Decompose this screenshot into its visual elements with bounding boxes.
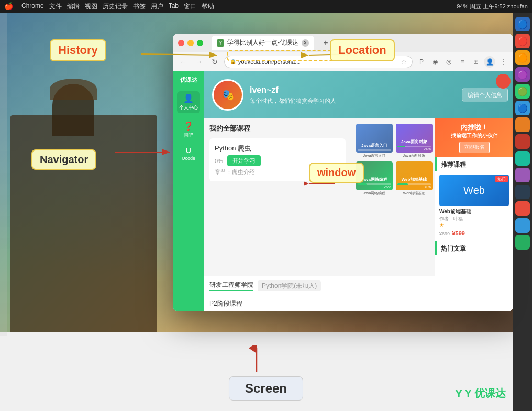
dock-icon-12[interactable] bbox=[515, 218, 530, 233]
course-thumb-label-web: Web前端基础 bbox=[396, 191, 433, 196]
logo-text: Y 优课达 bbox=[464, 386, 506, 401]
recommend-name: Web前端基础 bbox=[439, 208, 509, 215]
course-thumb-label-java1: Java语言入门 bbox=[356, 153, 393, 158]
menu-history[interactable]: 历史记录 bbox=[103, 2, 128, 11]
dock-icon-4[interactable]: 🟢 bbox=[515, 84, 530, 99]
nav-questions[interactable]: ❓ 问吧 bbox=[183, 121, 194, 139]
location-label-text: Location bbox=[338, 44, 386, 57]
dock-icon-8[interactable] bbox=[515, 151, 530, 166]
course-thumb-img-java2: Java面向对象 24% bbox=[396, 124, 433, 153]
personal-center-icon: 👤 bbox=[183, 93, 194, 103]
mac-menubar: 🍎 Chrome 文件 编辑 视图 历史记录 书签 用户 Tab 窗口 帮助 9… bbox=[0, 0, 532, 13]
school-tab-active[interactable]: 研发工程师学院 bbox=[209, 280, 253, 291]
profile-header: 🎭 iven~zf 每个时代，都悄悄犒赏会学习的人 编辑个人信息 bbox=[204, 71, 513, 118]
course-start-button[interactable]: 开始学习 bbox=[227, 155, 261, 166]
profile-slogan: 每个时代，都悄悄犒赏会学习的人 bbox=[250, 97, 336, 105]
edit-profile-button[interactable]: 编辑个人信息 bbox=[462, 89, 508, 102]
menu-button[interactable]: ⋮ bbox=[497, 56, 509, 68]
tab-close-button[interactable]: × bbox=[302, 39, 309, 47]
window-annotation: window bbox=[309, 163, 364, 183]
dock-icon-3[interactable]: 🟣 bbox=[515, 67, 530, 82]
back-button[interactable]: ← bbox=[177, 56, 190, 68]
extension-icon-2[interactable]: ◉ bbox=[429, 56, 441, 68]
menu-chrome[interactable]: Chrome bbox=[21, 2, 44, 11]
menu-window[interactable]: 窗口 bbox=[184, 2, 196, 11]
dock-icon-10[interactable] bbox=[515, 185, 530, 199]
promo-banner: 内推啦！ 找前端工作的小伙伴 立即报名 bbox=[435, 118, 513, 157]
menu-items: Chrome 文件 编辑 视图 历史记录 书签 用户 Tab 窗口 帮助 bbox=[21, 2, 214, 11]
dock-icon-13[interactable] bbox=[515, 235, 530, 250]
refresh-button[interactable]: ↻ bbox=[208, 56, 221, 68]
hot-articles-title: 热门文章 bbox=[435, 241, 513, 255]
courses-left: 我的全部课程 Python 爬虫 0% 开始学习 章节：爬虫介绍 bbox=[204, 118, 351, 276]
menu-edit[interactable]: 编辑 bbox=[67, 2, 80, 11]
bookmark-star-icon[interactable]: ☆ bbox=[401, 58, 407, 66]
apple-icon[interactable]: 🍎 bbox=[4, 2, 13, 10]
bottom-logo: Y Y 优课达 bbox=[455, 386, 506, 401]
site-sidebar: 优课达 👤 个人中心 ❓ 问吧 U Ucode bbox=[173, 71, 204, 311]
recommend-stars: ★ bbox=[439, 222, 509, 228]
menubar-right: 94% 周五 上午9:52 zhoufan bbox=[457, 3, 528, 10]
website-content: 优课达 👤 个人中心 ❓ 问吧 U Ucode 🎭 iven~zf 每个时代，都… bbox=[173, 71, 513, 311]
window-label-text: window bbox=[317, 167, 356, 178]
new-tab-button[interactable]: + bbox=[320, 38, 331, 48]
left-edge-strip bbox=[0, 13, 7, 336]
tab-title: 学得比别人好一点-优课达 bbox=[227, 38, 298, 47]
school-tab-inactive[interactable]: Python学院(未加入) bbox=[258, 280, 321, 291]
recommend-pricing: ¥699 ¥599 bbox=[439, 228, 509, 237]
dock-icon-finder[interactable]: 🔵 bbox=[515, 17, 530, 31]
forward-button[interactable]: → bbox=[193, 56, 205, 68]
course-thumb-name-java1: Java语言入门 bbox=[358, 143, 391, 148]
navigator-label-text: Navigator bbox=[40, 154, 88, 165]
nav-ucode[interactable]: U Ucode bbox=[182, 147, 195, 161]
hot-badge: 热门 bbox=[495, 176, 508, 182]
dock-icon-11[interactable] bbox=[515, 201, 530, 216]
navigator-annotation: Navigator bbox=[31, 149, 96, 170]
menu-view[interactable]: 视图 bbox=[85, 2, 97, 11]
promo-button[interactable]: 立即报名 bbox=[459, 142, 490, 153]
dock-icon-6[interactable] bbox=[515, 117, 530, 132]
menu-user[interactable]: 用户 bbox=[151, 2, 163, 11]
extension-icon-4[interactable]: ≡ bbox=[457, 56, 468, 68]
nav-ucode-label: Ucode bbox=[182, 156, 195, 161]
original-price: ¥699 bbox=[439, 231, 450, 236]
menu-file[interactable]: 文件 bbox=[49, 2, 62, 11]
dock-icon-1[interactable]: 🔴 bbox=[515, 34, 530, 48]
dock-icon-7[interactable] bbox=[515, 134, 530, 149]
extension-icon-3[interactable]: ◎ bbox=[443, 56, 455, 68]
screen-label: Screen bbox=[229, 376, 303, 401]
course-thumb-img-web: Web前端基础 31% bbox=[396, 161, 433, 190]
close-button[interactable] bbox=[178, 40, 184, 46]
courses-section: 我的全部课程 Python 爬虫 0% 开始学习 章节：爬虫介绍 bbox=[204, 118, 513, 276]
avatar-icon[interactable]: 👤 bbox=[484, 56, 495, 68]
dock-icon-2[interactable]: 🟠 bbox=[515, 50, 530, 65]
course-thumb-java1[interactable]: Java语言入门 Java语言入门 bbox=[356, 124, 393, 158]
minimize-button[interactable] bbox=[187, 40, 194, 46]
dock-icon-5[interactable]: 🔵 bbox=[515, 101, 530, 115]
site-right-panel: 内推啦！ 找前端工作的小伙伴 立即报名 推荐课程 Web 热门 Web前端基础 … bbox=[435, 118, 513, 276]
recommend-thumb: Web 热门 bbox=[439, 175, 509, 206]
bottom-section: 研发工程师学院 Python学院(未加入) bbox=[204, 276, 513, 296]
course-thumb-pct-java2: 24% bbox=[397, 147, 431, 151]
menu-tab[interactable]: Tab bbox=[169, 2, 179, 11]
course-thumb-java2[interactable]: Java面向对象 24% Java面向对象 bbox=[396, 124, 433, 158]
recommend-card[interactable]: Web 热门 Web前端基础 作者：叶福 ★ ¥699 ¥599 bbox=[435, 171, 513, 241]
course-thumb-img-java1: Java语言入门 bbox=[356, 124, 393, 153]
maximize-button[interactable] bbox=[197, 40, 203, 46]
course-thumb-web[interactable]: Web前端基础 31% Web前端基础 bbox=[396, 161, 433, 196]
course-grid: Java语言入门 Java语言入门 Java面向对象 24% Java bbox=[356, 124, 429, 196]
extensions-button[interactable]: ⊞ bbox=[470, 56, 482, 68]
promo-sub: 找前端工作的小伙伴 bbox=[439, 132, 509, 139]
header-avatar-small bbox=[496, 74, 511, 89]
menu-help[interactable]: 帮助 bbox=[202, 2, 214, 11]
extension-icon-1[interactable]: P bbox=[416, 56, 427, 68]
dock-icon-9[interactable] bbox=[515, 168, 530, 182]
course-thumb-name-web: Web前端基础 bbox=[397, 177, 431, 182]
profile-name: iven~zf bbox=[250, 85, 336, 95]
menu-bookmarks[interactable]: 书签 bbox=[133, 2, 146, 11]
p2-section: P2阶段课程 bbox=[204, 296, 513, 311]
nav-personal-center[interactable]: 👤 个人中心 bbox=[177, 91, 200, 113]
screen-label-text: Screen bbox=[245, 381, 287, 395]
courses-right: Java语言入门 Java语言入门 Java面向对象 24% Java bbox=[351, 118, 435, 276]
browser-tab[interactable]: Y 学得比别人好一点-优课达 × bbox=[212, 36, 314, 50]
